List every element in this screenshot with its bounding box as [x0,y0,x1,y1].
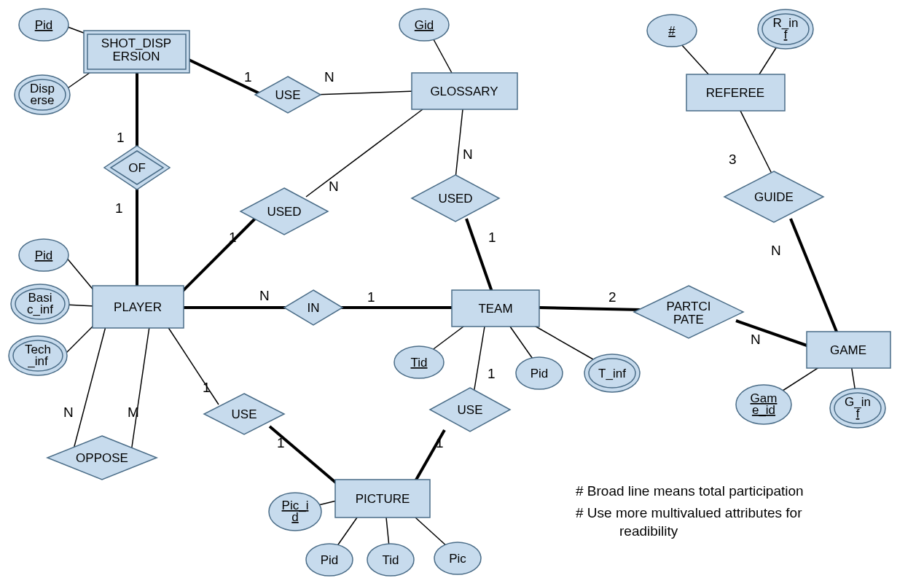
rel-of: OF [104,146,170,190]
attr-player-pid: Pid [19,239,68,271]
svg-line-21 [539,308,641,310]
attr-picture-tid: Tid [367,544,414,576]
card-sd-use-1: 1 [244,69,252,85]
svg-text:#: # [668,24,676,38]
attr-team-tinf: T_inf [584,354,640,392]
rel-participate: PARTCI PATE [634,286,743,338]
rel-oppose: OPPOSE [47,436,157,480]
svg-line-13 [66,257,95,292]
attr-team-tid: Tid [394,346,444,378]
svg-text:d: d [291,510,298,524]
rel-in: IN [284,290,342,325]
card-of-sd-1: 1 [117,130,125,145]
card-oppose-n: N [63,405,74,420]
entity-shot-dispersion: SHOT_DISP ERSION [84,31,189,73]
svg-text:GUIDE: GUIDE [754,190,794,204]
svg-text:Pid: Pid [35,18,53,32]
svg-line-28 [131,327,149,452]
svg-text:erse: erse [30,93,54,107]
svg-line-9 [306,109,423,197]
rel-guide: GUIDE [724,171,823,222]
rel-used-team-glossary: USED [412,175,499,222]
card-use-tp-1b: 1 [436,435,444,450]
attr-game-id: Gam e_id [736,385,791,424]
svg-text:OPPOSE: OPPOSE [76,451,128,465]
card-of-player-1: 1 [115,200,123,216]
svg-line-23 [740,109,772,175]
svg-text:_inf: _inf [27,354,48,368]
svg-line-27 [73,327,106,452]
svg-text:SHOT_DISP: SHOT_DISP [101,36,171,50]
attr-picture-pic: Pic [434,542,481,574]
card-used-tg-n: N [463,147,473,162]
attr-player-tech-inf: Tech _inf [9,336,67,375]
entity-game: GAME [807,332,890,368]
svg-text:Pic: Pic [449,552,466,566]
rel-use-sd-glossary: USE [255,77,321,113]
svg-text:Tid: Tid [411,356,428,370]
svg-text:Gid: Gid [415,18,434,32]
attr-sd-pid: Pid [19,9,68,41]
svg-text:GAME: GAME [830,343,866,357]
attr-game-ginf: G_in f [830,388,885,428]
svg-text:TEAM: TEAM [478,302,512,316]
svg-line-11 [455,109,463,179]
svg-line-15 [66,324,95,354]
svg-line-14 [66,305,95,306]
er-diagram: SHOT_DISP ERSION GLOSSARY REFEREE PLAYER… [0,0,924,578]
attr-team-pid: Pid [516,357,563,389]
svg-text:IN: IN [308,301,320,315]
card-used-tg-1: 1 [488,230,496,245]
svg-line-29 [168,327,219,405]
svg-text:Pid: Pid [321,553,339,567]
svg-text:e_id: e_id [752,403,775,417]
attr-referee-num: # [647,15,697,47]
card-used-pg-n: N [329,179,339,194]
svg-text:Pid: Pid [530,367,549,380]
card-guide-n: N [771,243,781,258]
card-used-pg-1: 1 [229,230,237,245]
card-use-pp-1a: 1 [203,380,211,395]
card-in-1: 1 [367,289,375,305]
svg-text:c_inf: c_inf [27,302,53,316]
svg-text:PLAYER: PLAYER [114,300,162,314]
card-partic-n: N [751,332,761,347]
entity-team: TEAM [452,290,539,327]
svg-line-10 [182,219,255,292]
attr-player-basic-inf: Basi c_inf [11,284,69,324]
attr-picture-pid: Pid [306,544,353,576]
svg-text:OF: OF [128,161,146,175]
attr-referee-rinf: R_in f [758,9,813,49]
svg-text:USE: USE [458,403,483,417]
entity-glossary: GLOSSARY [412,73,517,109]
svg-text:PARTCI: PARTCI [667,300,711,313]
card-oppose-m: M [128,405,139,420]
card-in-n: N [259,288,270,303]
svg-text:f: f [784,28,788,42]
rel-use-team-picture: USE [430,388,510,431]
svg-text:PICTURE: PICTURE [356,492,410,506]
note-line-1: # Broad line means total participation [576,483,804,499]
entity-player: PLAYER [93,286,184,328]
svg-text:T_inf: T_inf [598,367,626,380]
svg-text:USED: USED [438,192,472,206]
attr-sd-disperse: Disp erse [15,75,70,114]
svg-text:Pid: Pid [35,249,53,262]
svg-text:GLOSSARY: GLOSSARY [430,85,498,98]
note-line-3: readibility [619,523,678,539]
card-use-tp-1a: 1 [488,366,496,381]
svg-line-24 [791,219,838,335]
card-partic-2: 2 [608,289,616,305]
svg-text:USE: USE [232,407,257,421]
attr-picture-pic-id: Pic_i d [269,493,321,531]
svg-line-31 [474,327,485,394]
svg-text:USE: USE [275,88,301,102]
svg-text:USED: USED [267,205,301,219]
card-use-pp-1b: 1 [277,435,285,450]
svg-text:f: f [856,407,860,421]
svg-line-22 [736,321,809,346]
rel-used-player-glossary: USED [240,188,328,235]
svg-line-6 [313,91,415,95]
svg-text:PATE: PATE [673,313,704,327]
svg-text:REFEREE: REFEREE [706,86,764,100]
